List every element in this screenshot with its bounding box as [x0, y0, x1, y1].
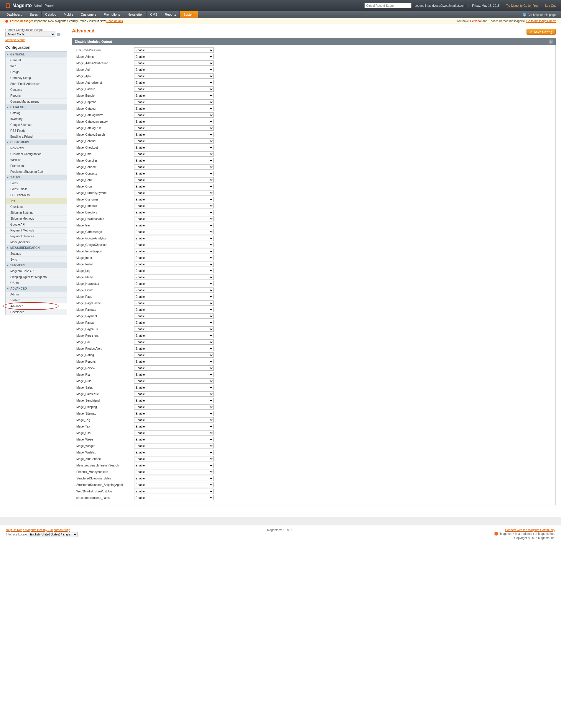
save-config-button[interactable]: ✔ Save Config	[527, 29, 556, 35]
config-item-rss-feeds[interactable]: RSS Feeds	[6, 128, 67, 134]
config-item-system[interactable]: System	[6, 297, 67, 303]
module-enable-select[interactable]: Enable	[134, 262, 214, 267]
module-enable-select[interactable]: Enable	[134, 287, 214, 293]
module-enable-select[interactable]: Enable	[134, 268, 214, 273]
module-enable-select[interactable]: Enable	[134, 190, 214, 195]
config-item-persistent-shopping-cart[interactable]: Persistent Shopping Cart	[6, 169, 67, 175]
module-enable-select[interactable]: Enable	[134, 73, 214, 79]
config-item-newsletter[interactable]: Newsletter	[6, 145, 67, 151]
logo[interactable]: Magento Admin Panel	[5, 3, 54, 9]
config-item-pdf-print-outs[interactable]: PDF Print-outs	[6, 192, 67, 198]
module-enable-select[interactable]: Enable	[134, 106, 214, 111]
nav-tab-customers[interactable]: Customers	[77, 11, 100, 18]
config-item-design[interactable]: Design	[6, 69, 67, 75]
nav-tab-reports[interactable]: Reports	[161, 11, 180, 18]
module-enable-select[interactable]: Enable	[134, 352, 214, 358]
scope-help-icon[interactable]: ?	[57, 33, 60, 36]
messages-inbox-link[interactable]: Go to messages inbox	[527, 19, 556, 23]
module-enable-select[interactable]: Enable	[134, 242, 214, 247]
module-enable-select[interactable]: Enable	[134, 145, 214, 150]
config-item-content-management[interactable]: Content Management	[6, 98, 67, 104]
panel-header[interactable]: Disable Modules Output ▴	[72, 38, 556, 45]
nav-tab-promotions[interactable]: Promotions	[100, 11, 124, 18]
module-enable-select[interactable]: Enable	[134, 346, 214, 351]
nav-tab-cms[interactable]: CMS	[147, 11, 161, 18]
config-item-sales[interactable]: Sales	[6, 180, 67, 186]
notice-read-link[interactable]: Read details	[106, 19, 123, 23]
module-enable-select[interactable]: Enable	[134, 171, 214, 176]
nav-tab-mobile[interactable]: Mobile	[60, 11, 77, 18]
config-item-catalog[interactable]: Catalog	[6, 110, 67, 116]
config-item-shipping-methods[interactable]: Shipping Methods	[6, 216, 67, 221]
module-enable-select[interactable]: Enable	[134, 86, 214, 92]
module-enable-select[interactable]: Enable	[134, 223, 214, 228]
config-item-currency-setup[interactable]: Currency Setup	[6, 75, 67, 81]
module-enable-select[interactable]: Enable	[134, 339, 214, 345]
module-enable-select[interactable]: Enable	[134, 281, 214, 286]
module-enable-select[interactable]: Enable	[134, 138, 214, 144]
module-enable-select[interactable]: Enable	[134, 476, 214, 481]
module-enable-select[interactable]: Enable	[134, 203, 214, 208]
config-item-payment-methods[interactable]: Payment Methods	[6, 227, 67, 233]
logout-link[interactable]: Log Out	[545, 4, 556, 7]
module-enable-select[interactable]: Enable	[134, 424, 214, 429]
module-enable-select[interactable]: Enable	[134, 430, 214, 436]
module-enable-select[interactable]: Enable	[134, 398, 214, 403]
module-enable-select[interactable]: Enable	[134, 391, 214, 397]
module-enable-select[interactable]: Enable	[134, 469, 214, 474]
module-enable-select[interactable]: Enable	[134, 249, 214, 254]
module-enable-select[interactable]: Enable	[134, 495, 214, 500]
config-item-oauth[interactable]: OAuth	[6, 280, 67, 286]
nav-tab-catalog[interactable]: Catalog	[42, 11, 60, 18]
module-enable-select[interactable]: Enable	[134, 99, 214, 105]
module-enable-select[interactable]: Enable	[134, 294, 214, 299]
collapse-icon[interactable]: ▴	[549, 40, 553, 44]
config-section-general[interactable]: GENERAL	[6, 52, 67, 57]
config-item-advanced[interactable]: Advanced	[6, 303, 67, 309]
module-enable-select[interactable]: Enable	[134, 385, 214, 390]
config-item-developer[interactable]: Developer	[6, 309, 67, 315]
config-item-contacts[interactable]: Contacts	[6, 87, 67, 93]
module-enable-select[interactable]: Enable	[134, 151, 214, 157]
config-item-email-to-a-friend[interactable]: Email to a Friend	[6, 134, 67, 139]
global-search-input[interactable]	[364, 3, 412, 8]
config-section-sales[interactable]: SALES	[6, 175, 67, 180]
module-enable-select[interactable]: Enable	[134, 326, 214, 332]
module-enable-select[interactable]: Enable	[134, 333, 214, 338]
config-item-store-email-addresses[interactable]: Store Email Addresses	[6, 81, 67, 87]
config-item-google-api[interactable]: Google API	[6, 221, 67, 227]
config-item-reports[interactable]: Reports	[6, 93, 67, 98]
config-item-shipping-agent-for-magento[interactable]: Shipping Agent for Magento	[6, 274, 67, 280]
help-link[interactable]: ? Get help for this page	[523, 11, 561, 18]
scope-select[interactable]: Default Config	[5, 32, 55, 37]
module-enable-select[interactable]: Enable	[134, 450, 214, 455]
locale-select[interactable]: English (United States) / English	[29, 532, 78, 537]
module-enable-select[interactable]: Enable	[134, 132, 214, 137]
module-enable-select[interactable]: Enable	[134, 80, 214, 85]
config-item-admin[interactable]: Admin	[6, 291, 67, 297]
config-item-customer-configuration[interactable]: Customer Configuration	[6, 151, 67, 157]
config-item-web[interactable]: Web	[6, 63, 67, 69]
config-item-google-sitemap[interactable]: Google Sitemap	[6, 122, 67, 128]
manage-stores-link[interactable]: Manage Stores	[5, 38, 25, 42]
config-item-promotions[interactable]: Promotions	[6, 163, 67, 169]
config-section-catalog[interactable]: CATALOG	[6, 104, 67, 110]
config-section-advanced[interactable]: ADVANCED	[6, 286, 67, 291]
module-enable-select[interactable]: Enable	[134, 365, 214, 371]
module-enable-select[interactable]: Enable	[134, 164, 214, 170]
module-enable-select[interactable]: Enable	[134, 437, 214, 442]
module-enable-select[interactable]: Enable	[134, 67, 214, 72]
module-enable-select[interactable]: Enable	[134, 378, 214, 384]
module-enable-select[interactable]: Enable	[134, 60, 214, 66]
module-enable-select[interactable]: Enable	[134, 300, 214, 306]
module-enable-select[interactable]: Enable	[134, 489, 214, 494]
config-item-checkout[interactable]: Checkout	[6, 204, 67, 210]
module-enable-select[interactable]: Enable	[134, 313, 214, 319]
config-item-settings[interactable]: Settings	[6, 251, 67, 257]
module-enable-select[interactable]: Enable	[134, 443, 214, 448]
module-enable-select[interactable]: Enable	[134, 255, 214, 260]
module-enable-select[interactable]: Enable	[134, 119, 214, 124]
module-enable-select[interactable]: Enable	[134, 275, 214, 280]
nav-tab-dashboard[interactable]: Dashboard	[3, 11, 26, 18]
module-enable-select[interactable]: Enable	[134, 184, 214, 189]
